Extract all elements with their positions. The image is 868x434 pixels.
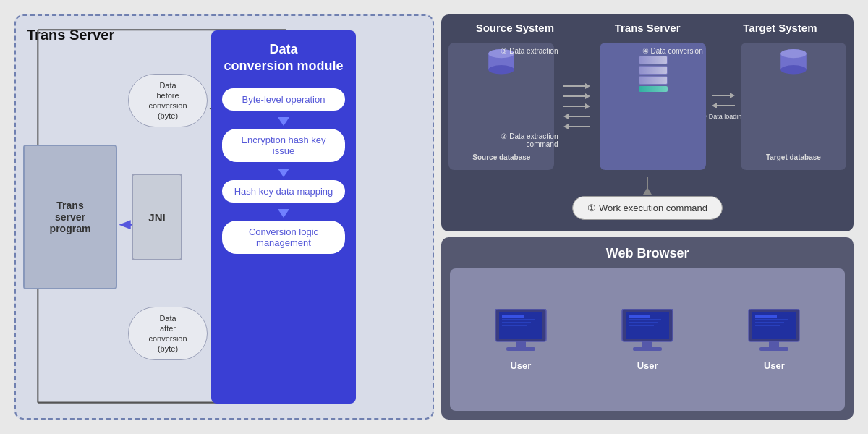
- source-system-col: Source database ③ Data extraction ② Data…: [448, 43, 554, 170]
- step2-label: ② Data extractioncommand: [501, 132, 558, 148]
- user-item-2: User: [618, 309, 676, 371]
- arrow-left-bot: [563, 124, 590, 129]
- arrow-3: [278, 209, 289, 218]
- arrow-left-top: [563, 114, 590, 119]
- data-after-label: Data after conversion (byte): [128, 307, 208, 360]
- svg-rect-29: [629, 319, 661, 320]
- user-item-3: User: [745, 309, 803, 371]
- trans-target-arrows: ⑤ Data loading: [709, 43, 738, 170]
- web-browser-title: Web Browser: [450, 246, 845, 261]
- svg-rect-40: [769, 341, 779, 347]
- step-hash-mapping: Hash key data mapping: [222, 180, 345, 203]
- arrow-l2: [712, 103, 735, 109]
- svg-rect-38: [755, 322, 784, 323]
- arrow-right-mid: [563, 93, 590, 99]
- svg-rect-32: [642, 341, 652, 347]
- svg-rect-28: [629, 315, 650, 318]
- left-panel: Trans Server: [14, 14, 434, 420]
- user-label-1: User: [510, 360, 531, 371]
- user-item-1: User: [492, 309, 550, 371]
- source-system-title: Source System: [448, 22, 581, 34]
- web-browser-panel: Web Browser: [441, 237, 854, 420]
- svg-rect-31: [629, 325, 654, 326]
- user-label-3: User: [764, 360, 785, 371]
- source-db-label: Source database: [472, 153, 530, 161]
- trans-server-program: Trans server program: [23, 145, 117, 289]
- source-trans-arrows: [557, 43, 597, 170]
- data-before-label: Data before conversion (byte): [128, 74, 208, 127]
- user-label-2: User: [637, 360, 658, 371]
- svg-rect-33: [633, 347, 662, 351]
- work-execution-command: ① Work execution command: [572, 196, 723, 220]
- svg-rect-41: [760, 347, 788, 351]
- conversion-module-title: Data conversion module: [224, 41, 343, 75]
- target-system-col: Target database: [741, 43, 846, 170]
- system-header: Source System Trans Server Target System: [448, 22, 846, 34]
- computer-icon-1: [492, 309, 550, 356]
- conversion-module: Data conversion module Byte-level operat…: [211, 30, 356, 404]
- svg-rect-36: [755, 315, 777, 318]
- right-panel: Source System Trans Server Target System…: [441, 14, 854, 420]
- step-conversion-logic: Conversion logic management: [222, 221, 345, 254]
- svg-rect-20: [502, 315, 524, 318]
- jni-block: JNI: [132, 174, 182, 260]
- arrow-right-top: [563, 83, 590, 89]
- svg-rect-23: [502, 325, 527, 326]
- browser-inner: User User: [450, 268, 845, 411]
- svg-rect-30: [629, 322, 658, 323]
- svg-rect-25: [506, 347, 535, 351]
- target-db-label: Target database: [766, 153, 821, 161]
- computer-icon-3: [745, 309, 803, 356]
- svg-point-12: [489, 65, 515, 74]
- svg-point-17: [780, 49, 807, 58]
- step3-label: ③ Data extraction: [501, 47, 558, 55]
- step5-label: ⑤ Data loading: [701, 113, 745, 120]
- trans-system-col: ④ Data conversion: [600, 43, 705, 170]
- arrow-r2: [712, 93, 735, 98]
- svg-rect-21: [502, 319, 535, 320]
- trans-system-title: Trans Server: [581, 22, 713, 34]
- step-encryption: Encryption hash key issue: [222, 129, 345, 162]
- arrow-right-bot: [563, 103, 590, 109]
- arrow-2: [278, 169, 289, 177]
- step4-label: ④ Data conversion: [642, 47, 703, 55]
- svg-rect-24: [516, 341, 526, 347]
- svg-rect-22: [502, 322, 531, 323]
- work-command-area: ① Work execution command: [448, 173, 846, 224]
- target-db-icon: [775, 48, 812, 77]
- step-byte-level: Byte-level operation: [222, 88, 345, 111]
- svg-rect-39: [755, 325, 780, 326]
- target-system-title: Target System: [714, 22, 846, 34]
- main-container: Trans Server: [7, 7, 861, 427]
- computer-icon-2: [618, 309, 676, 356]
- svg-point-16: [780, 65, 807, 74]
- arrow-1: [278, 117, 289, 126]
- svg-rect-37: [755, 319, 788, 320]
- system-diagram: Source System Trans Server Target System…: [441, 14, 854, 231]
- server-icons: [639, 56, 668, 92]
